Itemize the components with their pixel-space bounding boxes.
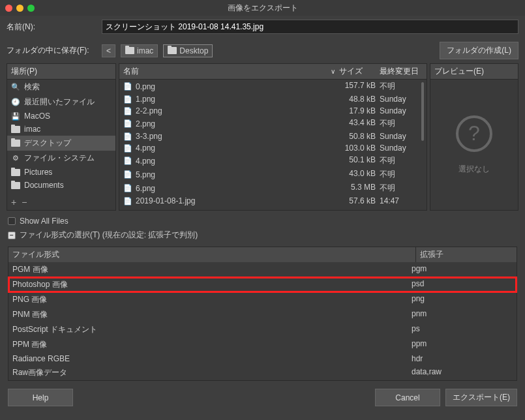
file-row[interactable]: 📄0.png157.7 kB不明 [119, 80, 427, 93]
file-date: Sunday [380, 95, 423, 104]
question-icon: ? [456, 115, 492, 152]
search-icon: 🔍 [11, 83, 20, 92]
format-col-type[interactable]: ファイル形式 [8, 247, 415, 262]
back-button[interactable]: < [102, 44, 115, 57]
file-size: 50.1 kB [339, 155, 380, 166]
file-date: 不明 [380, 155, 423, 166]
file-icon: 📄 [123, 95, 132, 104]
format-row[interactable]: PNG 画像png [8, 292, 517, 307]
place-label: 検索 [24, 82, 40, 93]
place-item[interactable]: imac [7, 123, 115, 136]
place-label: imac [24, 125, 40, 134]
format-row[interactable]: Radiance RGBEhdr [8, 352, 517, 365]
file-size: 50.8 kB [339, 132, 380, 141]
file-list-panel: 名前∨ サイズ 最終変更日 📄0.png157.7 kB不明📄1.png48.8… [119, 63, 427, 211]
recent-icon: 🕘 [11, 98, 20, 107]
file-icon: 📄 [123, 82, 132, 91]
file-icon: 📄 [123, 144, 132, 153]
format-col-ext[interactable]: 拡張子 [415, 247, 517, 262]
format-row[interactable]: Photoshop 画像psd [8, 277, 517, 292]
file-row[interactable]: 📄5.png43.0 kB不明 [119, 168, 427, 181]
scrollbar-thumb[interactable] [421, 82, 424, 141]
file-icon: 📄 [123, 119, 132, 128]
remove-place-button[interactable]: − [22, 197, 27, 207]
file-date: Sunday [380, 106, 423, 115]
place-item[interactable]: Documents [7, 179, 115, 192]
file-name: 5.png [136, 170, 155, 179]
place-item[interactable]: ⚙ファイル・システム [7, 151, 115, 166]
format-type: Photoshop 画像 [12, 279, 412, 290]
col-name[interactable]: 名前 [123, 66, 139, 77]
col-size[interactable]: サイズ [339, 66, 380, 77]
col-date[interactable]: 最終変更日 [380, 66, 423, 77]
folder-icon [168, 47, 177, 54]
place-label: 最近開いたファイル [24, 97, 95, 108]
place-item[interactable]: デスクトップ [7, 136, 115, 151]
show-all-label: Show All Files [20, 217, 68, 226]
cancel-button[interactable]: Cancel [375, 389, 440, 406]
filename-input[interactable] [102, 20, 518, 34]
file-name: 1.png [136, 95, 155, 104]
preview-panel: プレビュー(E) ? 選択なし [430, 63, 518, 211]
breadcrumb-desktop[interactable]: Desktop [163, 44, 213, 57]
format-row[interactable]: PGM 画像pgm [8, 262, 517, 277]
format-type: PostScript ドキュメント [12, 324, 412, 335]
file-name: 0.png [136, 82, 155, 91]
place-item[interactable]: Pictures [7, 166, 115, 179]
file-date: 不明 [380, 81, 423, 92]
show-all-checkbox[interactable] [8, 217, 16, 225]
file-size: 48.8 kB [339, 95, 380, 104]
title-bar: 画像をエクスポート [0, 0, 525, 16]
minimize-icon[interactable] [16, 5, 23, 12]
file-name: 6.png [136, 184, 155, 193]
file-row[interactable]: 📄2.png43.4 kB不明 [119, 117, 427, 130]
format-type: PPM 画像 [12, 339, 412, 350]
folder-icon [11, 168, 20, 177]
file-row[interactable]: 📄4.png103.0 kBSunday [119, 142, 427, 154]
create-folder-button[interactable]: フォルダの作成(L) [440, 42, 518, 59]
zoom-icon[interactable] [27, 5, 35, 12]
file-date: Sunday [380, 132, 423, 141]
add-place-button[interactable]: + [11, 197, 16, 207]
file-row[interactable]: 📄6.png5.3 MB不明 [119, 181, 427, 195]
file-list[interactable]: 📄0.png157.7 kB不明📄1.png48.8 kBSunday📄2-2.… [119, 80, 427, 210]
format-row[interactable]: PPM 画像ppm [8, 337, 517, 352]
file-icon: 📄 [123, 184, 132, 192]
file-icon: 📄 [123, 157, 132, 165]
format-type: PGM 画像 [12, 264, 412, 275]
format-section-toggle[interactable]: − [8, 232, 16, 239]
file-row[interactable]: 📄2-2.png17.9 kBSunday [119, 105, 427, 117]
sort-chevron-icon[interactable]: ∨ [331, 68, 335, 75]
file-size: 43.4 kB [339, 118, 380, 129]
format-type: PNG 画像 [12, 294, 412, 305]
file-row[interactable]: 📄2019-01-08-1.jpg57.6 kB14:47 [119, 195, 427, 207]
format-row[interactable]: PNM 画像pnm [8, 307, 517, 322]
folder-icon [125, 47, 134, 54]
help-button[interactable]: Help [8, 389, 73, 406]
place-item[interactable]: 💾MacOS [7, 110, 115, 123]
export-button[interactable]: エクスポート(E) [445, 389, 517, 406]
folder-icon [11, 139, 20, 148]
file-row[interactable]: 📄3-3.png50.8 kBSunday [119, 130, 427, 142]
format-row[interactable]: PostScript ドキュメントps [8, 322, 517, 337]
place-item[interactable]: 🔍検索 [7, 80, 115, 95]
file-row[interactable]: 📄4.png50.1 kB不明 [119, 154, 427, 168]
close-icon[interactable] [5, 5, 12, 12]
breadcrumb-imac[interactable]: imac [121, 44, 158, 57]
format-type: Radiance RGBE [12, 354, 412, 363]
file-list-header: 名前∨ サイズ 最終変更日 [119, 64, 427, 80]
place-label: Pictures [24, 168, 52, 177]
file-date: 不明 [380, 118, 423, 129]
place-label: MacOS [24, 112, 50, 121]
place-item[interactable]: 🕘最近開いたファイル [7, 95, 115, 110]
file-row[interactable]: 📄1.png48.8 kBSunday [119, 93, 427, 105]
format-ext: pgm [412, 264, 513, 275]
place-label: デスクトップ [24, 138, 71, 149]
select-format-label: ファイル形式の選択(T) (現在の設定: 拡張子で判別) [20, 230, 198, 241]
file-icon: 📄 [123, 170, 132, 179]
format-ext: hdr [412, 354, 513, 363]
format-type: Raw画像データ [12, 367, 412, 378]
format-row[interactable]: Raw画像データdata,raw [8, 365, 517, 380]
folder-icon [11, 125, 20, 134]
file-size: 17.9 kB [339, 106, 380, 115]
